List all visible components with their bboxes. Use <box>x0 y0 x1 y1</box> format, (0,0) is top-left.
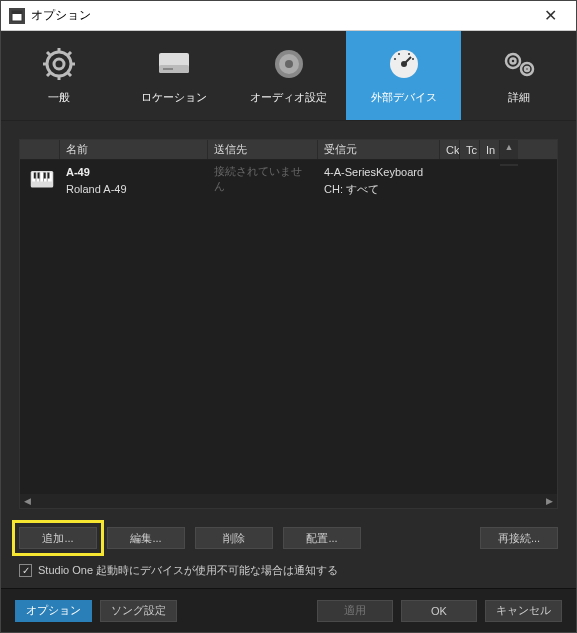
horizontal-scrollbar[interactable]: ◀ ▶ <box>20 494 557 508</box>
placement-button[interactable]: 配置... <box>283 527 361 549</box>
svg-point-23 <box>408 53 410 55</box>
tab-label: 外部デバイス <box>371 90 437 105</box>
tab-location[interactable]: ロケーション <box>116 31 231 120</box>
apply-button[interactable]: 適用 <box>317 600 393 622</box>
table-row[interactable]: A-49 Roland A-49 接続されていません 4-A-SeriesKey… <box>20 160 557 197</box>
keyboard-icon <box>30 164 54 196</box>
gauge-icon <box>386 46 422 82</box>
device-send: 接続されていません <box>208 164 318 194</box>
device-table: 名前 送信先 受信元 Ck Tc In ▲ <box>19 139 558 509</box>
table-header: 名前 送信先 受信元 Ck Tc In ▲ <box>20 140 557 160</box>
svg-line-11 <box>68 52 71 55</box>
tab-general[interactable]: 一般 <box>1 31 116 120</box>
tab-external-devices[interactable]: 外部デバイス <box>346 31 461 120</box>
reconnect-button[interactable]: 再接続... <box>480 527 558 549</box>
tab-label: オーディオ設定 <box>250 90 327 105</box>
gear-icon <box>41 46 77 82</box>
table-body[interactable]: A-49 Roland A-49 接続されていません 4-A-SeriesKey… <box>20 160 557 494</box>
tab-label: 一般 <box>48 90 70 105</box>
titlebar: オプション ✕ <box>1 1 576 31</box>
svg-point-17 <box>285 60 293 68</box>
device-name: A-49 <box>66 164 127 181</box>
tab-label: ロケーション <box>141 90 207 105</box>
ok-button[interactable]: OK <box>401 600 477 622</box>
cancel-button[interactable]: キャンセル <box>485 600 562 622</box>
close-button[interactable]: ✕ <box>530 2 570 30</box>
options-button[interactable]: オプション <box>15 600 92 622</box>
svg-point-24 <box>412 58 414 60</box>
window-title: オプション <box>31 7 530 24</box>
svg-point-3 <box>54 59 64 69</box>
scroll-right-icon[interactable]: ▶ <box>546 496 553 506</box>
remove-button[interactable]: 削除 <box>195 527 273 549</box>
svg-line-8 <box>47 52 50 55</box>
scroll-up-icon[interactable]: ▲ <box>500 140 518 159</box>
tab-label: 詳細 <box>508 90 530 105</box>
column-name[interactable]: 名前 <box>60 140 208 159</box>
scroll-left-icon[interactable]: ◀ <box>24 496 31 506</box>
add-button-highlight: 追加... <box>12 520 104 556</box>
song-settings-button[interactable]: ソング設定 <box>100 600 177 622</box>
edit-button[interactable]: 編集... <box>107 527 185 549</box>
app-icon <box>9 8 25 24</box>
svg-line-10 <box>47 73 50 76</box>
disk-icon <box>156 46 192 82</box>
device-recv: 4-A-SeriesKeyboard <box>324 164 423 181</box>
svg-point-2 <box>47 52 71 76</box>
svg-point-26 <box>510 59 515 64</box>
tab-audio[interactable]: オーディオ設定 <box>231 31 346 120</box>
svg-point-27 <box>521 63 533 75</box>
svg-line-9 <box>68 73 71 76</box>
svg-point-21 <box>394 58 396 60</box>
svg-rect-1 <box>12 11 22 14</box>
options-window: オプション ✕ 一般 ロケーション オーディオ設定 <box>0 0 577 633</box>
dialog-footer: オプション ソング設定 適用 OK キャンセル <box>1 588 576 632</box>
add-button[interactable]: 追加... <box>19 527 97 549</box>
tab-bar: 一般 ロケーション オーディオ設定 外部デバイス <box>1 31 576 121</box>
device-model: Roland A-49 <box>66 181 127 198</box>
svg-point-28 <box>525 67 529 71</box>
svg-rect-14 <box>163 68 173 70</box>
svg-point-25 <box>506 54 520 68</box>
svg-point-22 <box>398 53 400 55</box>
speaker-icon <box>271 46 307 82</box>
gears-icon <box>501 46 537 82</box>
notify-label: Studio One 起動時にデバイスが使用不可能な場合は通知する <box>38 563 338 578</box>
column-recv[interactable]: 受信元 <box>318 140 440 159</box>
column-send[interactable]: 送信先 <box>208 140 318 159</box>
notify-checkbox[interactable]: ✓ <box>19 564 32 577</box>
device-recv-ch: CH: すべて <box>324 181 423 198</box>
tab-advanced[interactable]: 詳細 <box>461 31 576 120</box>
column-tc[interactable]: Tc <box>460 140 480 159</box>
column-ck[interactable]: Ck <box>440 140 460 159</box>
column-in[interactable]: In <box>480 140 500 159</box>
